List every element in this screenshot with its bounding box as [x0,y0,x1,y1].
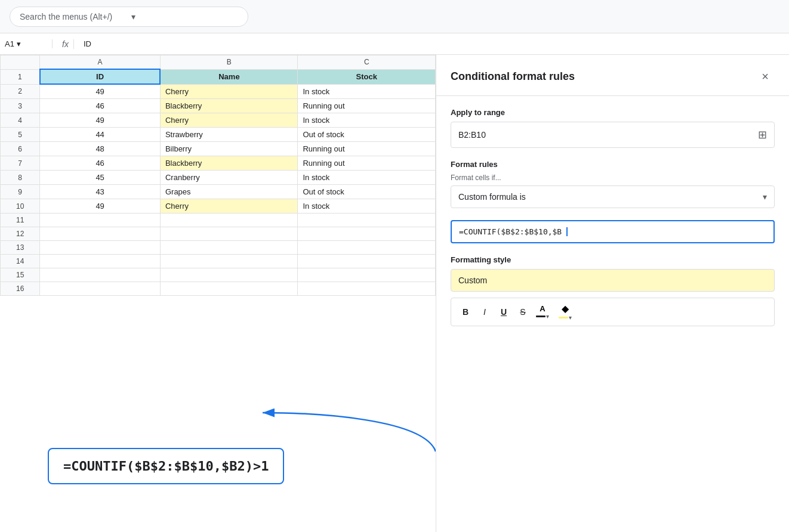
text-color-icon: A [540,304,545,313]
formula-input[interactable]: =COUNTIF($B$2:$B$10,$B [451,220,775,243]
table-cell[interactable]: Out of stock [298,185,436,199]
table-cell[interactable]: Name [160,69,298,84]
close-button[interactable]: × [756,67,775,86]
table-cell[interactable]: Cherry [160,113,298,128]
table-cell[interactable]: 49 [40,84,161,99]
italic-button[interactable]: I [476,304,493,320]
table-row: 11 [1,214,436,227]
table-cell[interactable]: Stock [298,69,436,84]
callout-wrapper: =COUNTIF($B$2:$B$10,$B2)>1 [48,448,284,484]
table-row: 943GrapesOut of stock [1,185,436,199]
table-cell[interactable] [298,241,436,255]
table-cell[interactable] [160,214,298,227]
apply-to-range-label: Apply to range [451,108,775,117]
row-number: 5 [1,128,40,142]
table-row: 14 [1,255,436,268]
dropdown-chevron-icon: ▾ [763,192,767,202]
table-cell[interactable]: Cherry [160,199,298,214]
table-cell[interactable]: Grapes [160,185,298,199]
table-cell[interactable] [298,282,436,296]
table-cell[interactable]: 46 [40,156,161,171]
cell-ref-value: A1 [5,39,14,48]
table-cell[interactable] [160,241,298,255]
table-cell[interactable]: 46 [40,99,161,113]
cell-reference[interactable]: A1 ▾ [5,39,53,48]
table-cell[interactable]: In stock [298,199,436,214]
spreadsheet-table: A B C 1IDNameStock249CherryIn stock346Bl… [0,55,436,296]
condition-dropdown[interactable]: Custom formula is ▾ [451,185,775,208]
dropdown-arrow-icon: ▾ [17,39,21,48]
table-cell[interactable] [160,282,298,296]
formatting-style-label: Formatting style [451,255,775,264]
column-header-row: A B C [1,55,436,70]
col-header-b[interactable]: B [160,55,298,70]
table-cell[interactable]: Running out [298,142,436,156]
row-number: 11 [1,214,40,227]
table-cell[interactable] [40,227,161,241]
row-number: 8 [1,171,40,185]
row-number: 15 [1,268,40,282]
table-cell[interactable]: Strawberry [160,128,298,142]
table-cell[interactable]: 45 [40,171,161,185]
table-cell[interactable]: Running out [298,99,436,113]
table-cell[interactable]: Bilberry [160,142,298,156]
table-cell[interactable] [298,268,436,282]
row-number: 1 [1,69,40,84]
row-number: 2 [1,84,40,99]
table-cell[interactable] [298,227,436,241]
callout-formula: =COUNTIF($B$2:$B$10,$B2)>1 [63,459,269,474]
table-cell[interactable]: ID [40,69,161,84]
col-header-c[interactable]: C [298,55,436,70]
table-row: 15 [1,268,436,282]
style-preview: Custom [451,269,775,292]
table-cell[interactable] [40,282,161,296]
table-cell[interactable]: 43 [40,185,161,199]
formula-bar: A1 ▾ fx ID [0,33,789,55]
table-cell[interactable] [160,227,298,241]
table-cell[interactable]: Blackberry [160,99,298,113]
table-cell[interactable]: In stock [298,113,436,128]
fill-color-button[interactable]: ◆ ▾ [556,302,574,322]
table-cell[interactable] [298,255,436,268]
condition-dropdown-value: Custom formula is [458,192,526,202]
table-row: 544StrawberryOut of stock [1,128,436,142]
table-cell[interactable]: 44 [40,128,161,142]
formatting-style-section: Formatting style Custom B I U S A ▾ [451,255,775,326]
table-cell[interactable]: 48 [40,142,161,156]
table-cell[interactable]: Running out [298,156,436,171]
table-cell[interactable]: 49 [40,199,161,214]
table-row: 13 [1,241,436,255]
row-number: 16 [1,282,40,296]
table-row: 449CherryIn stock [1,113,436,128]
underline-button[interactable]: U [495,304,512,320]
range-input-row[interactable]: B2:B10 ⊞ [451,122,775,148]
col-header-a[interactable]: A [40,55,161,70]
table-cell[interactable]: Cherry [160,84,298,99]
table-cell[interactable] [298,214,436,227]
panel-header: Conditional format rules × [436,55,789,96]
search-box[interactable]: Search the menus (Alt+/) ▾ [10,7,248,27]
table-cell[interactable]: Blackberry [160,156,298,171]
grid-select-icon[interactable]: ⊞ [758,128,767,141]
table-cell[interactable]: Cranberry [160,171,298,185]
table-cell[interactable]: 49 [40,113,161,128]
table-cell[interactable]: In stock [298,171,436,185]
table-cell[interactable] [160,255,298,268]
top-bar: Search the menus (Alt+/) ▾ [0,0,789,33]
text-color-button[interactable]: A ▾ [534,303,551,321]
table-body: 1IDNameStock249CherryIn stock346Blackber… [1,69,436,296]
text-color-dropdown-icon: ▾ [546,313,549,320]
fx-icon: fx [57,39,74,49]
table-cell[interactable]: Out of stock [298,128,436,142]
format-rules-label: Format rules [451,160,775,169]
strikethrough-button[interactable]: S [514,304,531,320]
row-number: 10 [1,199,40,214]
table-cell[interactable] [40,268,161,282]
table-cell[interactable] [40,255,161,268]
table-cell[interactable] [40,241,161,255]
table-row: 249CherryIn stock [1,84,436,99]
table-cell[interactable] [160,268,298,282]
table-cell[interactable] [40,214,161,227]
table-cell[interactable]: In stock [298,84,436,99]
bold-button[interactable]: B [457,304,474,320]
